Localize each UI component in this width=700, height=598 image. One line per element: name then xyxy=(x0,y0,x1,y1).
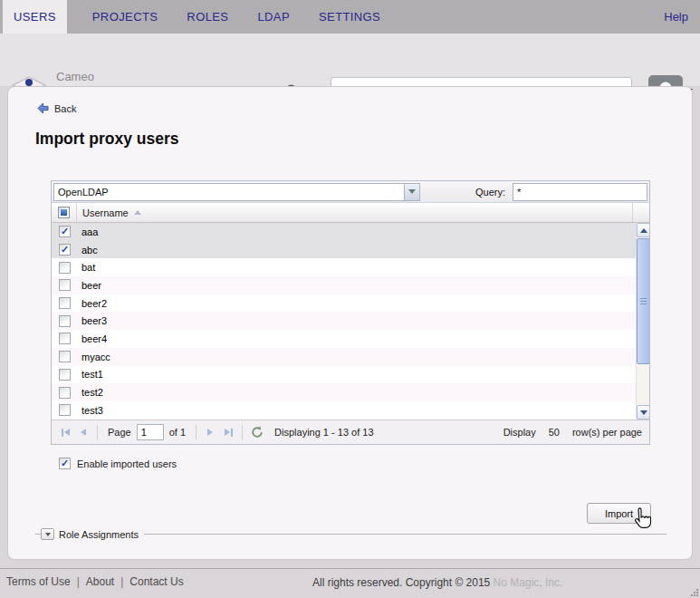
row-checkbox[interactable] xyxy=(59,387,71,399)
footer-link-about[interactable]: About xyxy=(86,575,114,588)
scrollbar-thumb[interactable] xyxy=(637,238,649,364)
grid-header-row: Username xyxy=(52,203,649,223)
back-label: Back xyxy=(54,103,76,114)
top-navbar: USERSPROJECTSROLESLDAPSETTINGS Help xyxy=(0,0,700,34)
query-label: Query: xyxy=(475,187,505,198)
footer-copyright: All rights reserved. Copyright © 2015 No… xyxy=(312,576,562,589)
role-assignments-section: Role Assignments xyxy=(35,528,666,540)
table-row[interactable]: beer3 xyxy=(52,312,649,330)
username-cell: myacc xyxy=(82,352,110,362)
users-grid: OpenLDAP Query: Username aaaabcbatbeerbe… xyxy=(51,180,650,445)
row-checkbox[interactable] xyxy=(59,297,71,309)
username-cell: bat xyxy=(82,262,95,273)
table-row[interactable]: beer4 xyxy=(52,330,649,348)
select-all-checkbox[interactable] xyxy=(58,207,70,218)
displaying-status: Displaying 1 - 13 of 13 xyxy=(274,427,373,438)
nav-tabs: USERSPROJECTSROLESLDAPSETTINGS xyxy=(0,0,384,34)
page-title: Import proxy users xyxy=(35,130,179,149)
combo-dropdown-icon[interactable] xyxy=(404,184,419,200)
query-input[interactable] xyxy=(513,183,647,201)
content-panel: Back Import proxy users OpenLDAP Query: … xyxy=(7,86,693,560)
next-page-button[interactable] xyxy=(201,423,219,441)
username-cell: aaa xyxy=(82,227,98,237)
page-size-value[interactable]: 50 xyxy=(549,427,560,438)
grid-toolbar: OpenLDAP Query: xyxy=(52,181,649,203)
footer-link-terms-of-use[interactable]: Terms of Use xyxy=(6,575,71,588)
row-checkbox[interactable] xyxy=(59,226,71,237)
page-number-input[interactable] xyxy=(137,424,164,440)
table-row[interactable]: bat xyxy=(52,258,649,276)
help-link[interactable]: Help xyxy=(664,0,688,34)
grid-rows: aaaabcbatbeerbeer2beer3beer4myacctest1te… xyxy=(52,223,649,420)
import-button[interactable]: Import xyxy=(587,503,651,524)
table-row[interactable]: test3 xyxy=(52,401,649,420)
enable-imported-users-label: Enable imported users xyxy=(77,458,177,469)
row-checkbox[interactable] xyxy=(59,262,71,274)
username-cell: beer4 xyxy=(82,333,107,344)
username-cell: test1 xyxy=(82,369,103,380)
logo-line1: Cameo xyxy=(56,71,271,82)
scroll-down-icon[interactable] xyxy=(637,405,649,420)
vertical-scrollbar[interactable] xyxy=(636,223,649,420)
username-column-header[interactable]: Username xyxy=(77,203,633,222)
footer-company: No Magic, Inc. xyxy=(494,576,563,589)
username-cell: abc xyxy=(82,245,98,256)
refresh-icon[interactable] xyxy=(251,426,264,439)
role-assignments-label: Role Assignments xyxy=(59,529,139,540)
row-checkbox[interactable] xyxy=(59,351,71,362)
table-row[interactable]: abc xyxy=(52,241,649,259)
back-arrow-icon xyxy=(37,102,49,114)
table-row[interactable]: test2 xyxy=(52,383,649,401)
footer-divider xyxy=(0,568,700,569)
scroll-up-icon[interactable] xyxy=(637,223,649,237)
row-checkbox[interactable] xyxy=(59,369,71,381)
paging-toolbar: Page of 1 Displaying 1 - 13 of 13 Displa… xyxy=(52,420,649,444)
page-of-label: of 1 xyxy=(169,427,186,438)
grid-body: aaaabcbatbeerbeer2beer3beer4myacctest1te… xyxy=(52,223,649,420)
first-page-button[interactable] xyxy=(56,423,74,441)
nav-item-settings[interactable]: SETTINGS xyxy=(315,0,384,34)
display-label: Display xyxy=(503,427,536,438)
nav-item-projects[interactable]: PROJECTS xyxy=(89,0,162,34)
table-row[interactable]: beer xyxy=(52,276,649,294)
row-checkbox[interactable] xyxy=(59,404,71,416)
nav-item-ldap[interactable]: LDAP xyxy=(254,0,293,34)
page-label: Page xyxy=(108,427,131,438)
table-row[interactable]: myacc xyxy=(52,348,649,366)
table-row[interactable]: beer2 xyxy=(52,294,649,313)
table-row[interactable]: aaa xyxy=(52,223,649,241)
username-cell: test2 xyxy=(82,387,103,398)
ldap-server-select[interactable]: OpenLDAP xyxy=(53,183,420,201)
collapse-toggle-icon[interactable] xyxy=(41,528,54,540)
footer-links: Terms of Use|About|Contact Us xyxy=(6,575,184,588)
footer-link-contact-us[interactable]: Contact Us xyxy=(129,575,183,588)
ldap-server-value: OpenLDAP xyxy=(54,184,404,200)
last-page-button[interactable] xyxy=(219,423,237,441)
username-cell: beer3 xyxy=(82,315,107,326)
row-checkbox[interactable] xyxy=(59,315,71,327)
back-link[interactable]: Back xyxy=(37,102,76,114)
row-checkbox[interactable] xyxy=(59,244,71,256)
sort-ascending-icon xyxy=(134,210,141,215)
resize-gripper-icon[interactable] xyxy=(691,589,698,596)
username-cell: test3 xyxy=(82,405,103,416)
nav-item-users[interactable]: USERS xyxy=(3,0,67,34)
rows-per-page-label: row(s) per page xyxy=(572,427,642,438)
row-checkbox[interactable] xyxy=(59,279,71,291)
enable-imported-users-row: Enable imported users xyxy=(59,458,177,469)
row-checkbox[interactable] xyxy=(59,333,71,344)
prev-page-button[interactable] xyxy=(74,423,92,441)
app-header: Cameo Enterprise data warehouse xyxy=(0,34,700,86)
table-row[interactable]: test1 xyxy=(52,366,649,384)
username-cell: beer2 xyxy=(82,298,107,309)
username-cell: beer xyxy=(82,280,101,291)
nav-item-roles[interactable]: ROLES xyxy=(183,0,232,34)
enable-imported-users-checkbox[interactable] xyxy=(59,458,71,469)
